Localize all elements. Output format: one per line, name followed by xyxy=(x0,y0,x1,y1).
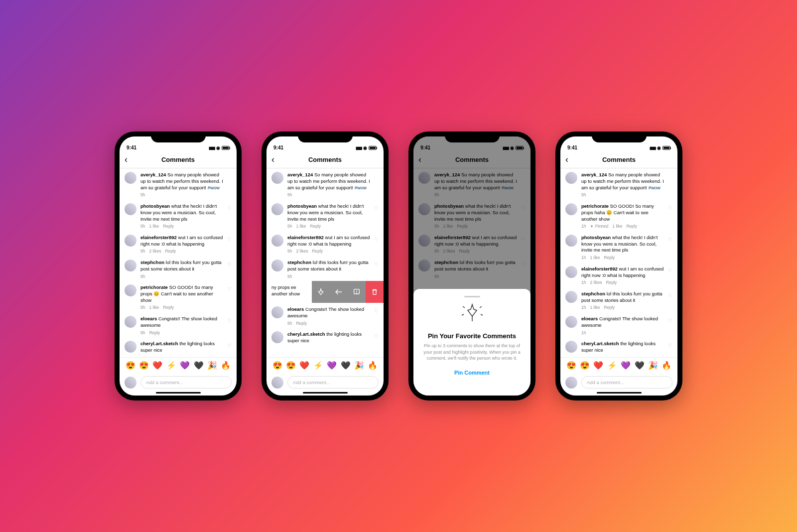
comment-row-swiped[interactable]: ny props ee another show xyxy=(266,281,384,303)
report-action-button[interactable] xyxy=(348,281,366,303)
comment-row[interactable]: eloears Congrats!! The show looked aweso… xyxy=(560,312,677,337)
like-icon[interactable]: ♡ xyxy=(668,292,672,299)
like-icon[interactable]: ♡ xyxy=(668,342,672,349)
username[interactable]: cheryl.art.sketch xyxy=(140,341,178,346)
emoji-button[interactable]: 😍 xyxy=(566,361,576,370)
emoji-button[interactable]: 😍 xyxy=(286,361,296,370)
hashtag[interactable]: #wow xyxy=(649,185,661,190)
emoji-button[interactable]: 😍 xyxy=(126,361,135,370)
comment-row[interactable]: eloears Congrats!! The show looked aweso… xyxy=(120,312,237,337)
username[interactable]: cheryl.art.sketch xyxy=(581,341,619,346)
like-icon[interactable]: ♡ xyxy=(374,333,379,340)
like-icon[interactable]: ♡ xyxy=(227,205,232,212)
reply-button[interactable]: Reply xyxy=(165,249,176,254)
emoji-button[interactable]: ⚡ xyxy=(313,361,323,370)
reply-button[interactable]: Reply xyxy=(604,255,615,261)
like-icon[interactable]: ♡ xyxy=(374,205,379,212)
username[interactable]: elaineforster892 xyxy=(581,266,618,271)
emoji-button[interactable]: 💜 xyxy=(327,361,337,370)
comment-row[interactable]: eloears Congrats!! The show looked aweso… xyxy=(266,303,384,328)
reply-button[interactable]: Reply xyxy=(606,280,617,285)
username[interactable]: elaineforster892 xyxy=(287,235,324,240)
emoji-button[interactable]: ❤️ xyxy=(299,361,309,370)
like-icon[interactable]: ♡ xyxy=(668,236,672,243)
like-icon[interactable]: ♡ xyxy=(227,317,232,324)
comment-input[interactable]: Add a comment... xyxy=(140,376,232,389)
emoji-button[interactable]: 🎉 xyxy=(648,361,658,370)
comment-input[interactable]: Add a comment... xyxy=(581,376,672,389)
like-icon[interactable]: ♡ xyxy=(227,261,232,268)
reply-button[interactable]: Reply xyxy=(296,321,307,326)
emoji-button[interactable]: 😍 xyxy=(139,361,149,370)
reply-button[interactable]: Reply xyxy=(626,224,637,229)
comment-row[interactable]: cheryl.art.sketch the lighting looks sup… xyxy=(560,337,677,357)
username[interactable]: petrichorate xyxy=(140,284,168,290)
likes-count[interactable]: 1 like xyxy=(590,305,600,310)
home-indicator[interactable] xyxy=(156,392,201,394)
reply-button[interactable]: Reply xyxy=(163,305,174,310)
like-icon[interactable]: ♡ xyxy=(374,261,379,268)
like-icon[interactable]: ♡ xyxy=(227,236,232,243)
comment-row[interactable]: photosbyean what the heck! I didn't know… xyxy=(560,231,677,263)
comment-row[interactable]: elaineforster892 wut I am so confused ri… xyxy=(120,231,237,256)
comment-list[interactable]: averyk_124 So many people showed up to w… xyxy=(266,168,384,357)
username[interactable]: photosbyean xyxy=(140,203,170,209)
like-icon[interactable]: ♡ xyxy=(668,267,672,274)
emoji-button[interactable]: ❤️ xyxy=(152,361,162,370)
reply-button[interactable]: Reply xyxy=(312,249,323,254)
username[interactable]: eloears xyxy=(287,306,304,312)
emoji-button[interactable]: ❤️ xyxy=(593,361,603,370)
delete-action-button[interactable] xyxy=(366,281,384,303)
comment-list[interactable]: averyk_124 So many people showed up to w… xyxy=(560,168,677,357)
comment-row[interactable]: photosbyean what the heck! I didn't know… xyxy=(120,200,237,231)
emoji-button[interactable]: 🔥 xyxy=(368,361,378,370)
emoji-button[interactable]: 💜 xyxy=(180,361,190,370)
like-icon[interactable]: ♡ xyxy=(227,286,232,293)
likes-count[interactable]: 1 like xyxy=(612,224,622,229)
comment-input[interactable]: Add a comment... xyxy=(287,376,379,389)
likes-count[interactable]: 2 likes xyxy=(149,249,161,254)
username[interactable]: eloears xyxy=(140,316,157,321)
comment-row[interactable]: stephchon lol this looks fun! you gotta … xyxy=(266,256,384,281)
like-icon[interactable]: ♡ xyxy=(668,317,672,324)
home-indicator[interactable] xyxy=(597,392,642,394)
likes-count[interactable]: 1 like xyxy=(149,305,159,310)
reply-button[interactable]: Reply xyxy=(163,224,174,229)
emoji-button[interactable]: ⚡ xyxy=(607,361,617,370)
reply-button[interactable]: Reply xyxy=(310,224,321,229)
hashtag[interactable]: #wow xyxy=(208,185,220,190)
emoji-button[interactable]: 😍 xyxy=(272,361,282,370)
likes-count[interactable]: 1 like xyxy=(296,224,306,229)
emoji-button[interactable]: ⚡ xyxy=(166,361,176,370)
like-icon[interactable]: ♡ xyxy=(227,342,232,349)
likes-count[interactable]: 2 likes xyxy=(590,280,602,285)
comment-list[interactable]: averyk_124 So many people showed up to w… xyxy=(120,168,237,357)
username[interactable]: photosbyean xyxy=(581,235,611,240)
comment-row[interactable]: cheryl.art.sketch the lighting looks sup… xyxy=(120,337,237,357)
username[interactable]: petrichorate xyxy=(581,203,609,209)
comment-row[interactable]: stephchon lol this looks fun! you gotta … xyxy=(560,287,677,312)
emoji-button[interactable]: 🖤 xyxy=(635,361,645,370)
username[interactable]: stephchon xyxy=(287,260,311,265)
username[interactable]: stephchon xyxy=(140,260,164,265)
username[interactable]: averyk_124 xyxy=(140,172,166,177)
username[interactable]: averyk_124 xyxy=(287,172,313,177)
emoji-button[interactable]: 😍 xyxy=(580,361,590,370)
emoji-button[interactable]: 🖤 xyxy=(194,361,204,370)
like-icon[interactable]: ♡ xyxy=(374,236,379,243)
comment-row[interactable]: stephchon lol this looks fun! you gotta … xyxy=(120,256,237,281)
username[interactable]: stephchon xyxy=(581,291,605,296)
emoji-button[interactable]: 💜 xyxy=(621,361,631,370)
reply-action-button[interactable] xyxy=(330,281,348,303)
likes-count[interactable]: 2 likes xyxy=(296,249,308,254)
comment-row[interactable]: elaineforster892 wut I am so confused ri… xyxy=(560,263,677,287)
username[interactable]: averyk_124 xyxy=(581,172,607,177)
comment-row[interactable]: photosbyean what the heck! I didn't know… xyxy=(266,200,384,231)
pin-action-button[interactable] xyxy=(312,281,330,303)
comment-row[interactable]: elaineforster892 wut I am so confused ri… xyxy=(266,231,384,256)
likes-count[interactable]: 1 like xyxy=(149,224,159,229)
emoji-button[interactable]: 🔥 xyxy=(221,361,231,370)
likes-count[interactable]: 1 like xyxy=(590,255,600,261)
sheet-handle[interactable] xyxy=(464,296,480,297)
like-icon[interactable]: ♡ xyxy=(668,205,672,212)
